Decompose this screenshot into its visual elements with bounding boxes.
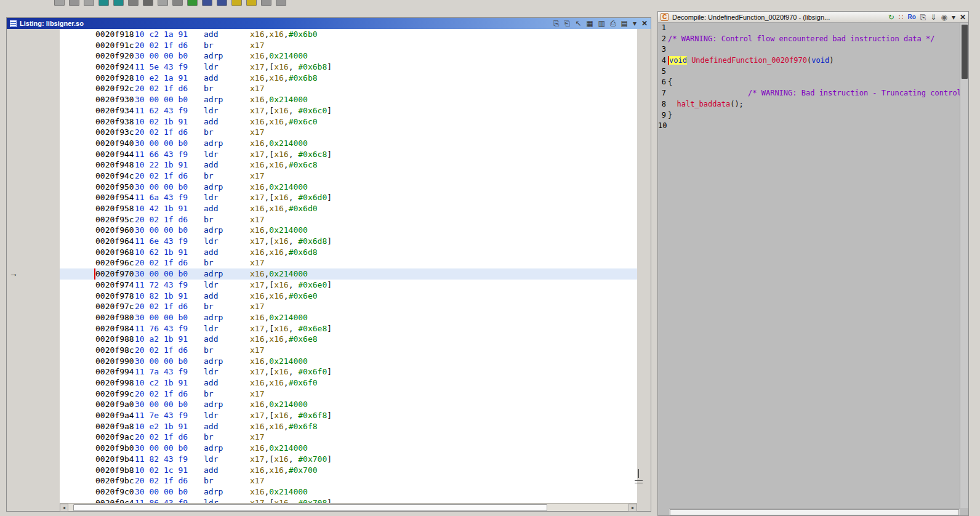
operands-field[interactable]: x17,[x16, #0x6d8] bbox=[250, 236, 637, 247]
bytes-field[interactable]: 30 00 00 b0 bbox=[135, 182, 204, 193]
listing-row[interactable]: 0020f99c20 02 1f d6brx17 bbox=[60, 389, 637, 400]
splitter-handle[interactable] bbox=[635, 480, 643, 483]
operands-field[interactable]: x16,x16,#0x6c8 bbox=[250, 159, 637, 171]
mnemonic-field[interactable]: ldr bbox=[204, 236, 250, 247]
listing-row[interactable]: 0020f91810 c2 1a 91addx16,x16,#0x6b0 bbox=[60, 29, 637, 40]
code-text[interactable]: /* WARNING: Control flow encountered bad… bbox=[668, 34, 960, 45]
address-field[interactable]: 0020f94c bbox=[95, 171, 135, 182]
code-text[interactable] bbox=[668, 44, 960, 55]
operands-field[interactable]: x17 bbox=[250, 40, 637, 51]
listing-row[interactable]: 0020f98411 76 43 f9ldrx17,[x16, #0x6e8] bbox=[60, 323, 637, 334]
listing-horizontal-scrollbar[interactable]: ◂ ▸ bbox=[60, 503, 637, 511]
operands-field[interactable]: x17 bbox=[250, 214, 637, 225]
mnemonic-field[interactable]: adrp bbox=[204, 399, 250, 410]
mnemonic-field[interactable]: ldr bbox=[204, 192, 250, 203]
chevron-down-icon[interactable]: ▾ bbox=[633, 19, 637, 28]
address-field[interactable]: 0020f944 bbox=[95, 149, 135, 160]
listing-row[interactable]: 0020f97810 82 1b 91addx16,x16,#0x6e0 bbox=[60, 291, 637, 302]
bytes-field[interactable]: 10 c2 1b 91 bbox=[135, 377, 204, 389]
address-field[interactable]: 0020f918 bbox=[95, 29, 135, 40]
listing-row[interactable]: 0020f93030 00 00 b0adrpx16,0x214000 bbox=[60, 94, 637, 105]
address-field[interactable]: 0020f91c bbox=[95, 40, 135, 51]
mnemonic-field[interactable]: ldr bbox=[204, 366, 250, 377]
operands-field[interactable]: x17 bbox=[250, 389, 637, 400]
listing-row[interactable]: 0020f99030 00 00 b0adrpx16,0x214000 bbox=[60, 356, 637, 367]
mnemonic-field[interactable]: adrp bbox=[204, 225, 250, 236]
bytes-field[interactable]: 11 76 43 f9 bbox=[135, 323, 204, 334]
address-field[interactable]: 0020f984 bbox=[95, 323, 135, 334]
code-text[interactable]: /* WARNING: Bad instruction - Truncating… bbox=[668, 88, 960, 99]
disassembly-listing[interactable]: 0020f91810 c2 1a 91addx16,x16,#0x6b00020… bbox=[60, 29, 637, 503]
operands-field[interactable]: x17 bbox=[250, 83, 637, 94]
mnemonic-field[interactable]: ldr bbox=[204, 410, 250, 421]
bytes-field[interactable]: 10 a2 1b 91 bbox=[135, 334, 204, 345]
listing-row[interactable]: 0020f95411 6a 43 f9ldrx17,[x16, #0x6d0] bbox=[60, 192, 637, 203]
operands-field[interactable]: x16,x16,#0x6f0 bbox=[250, 377, 637, 389]
mnemonic-field[interactable]: add bbox=[204, 465, 250, 476]
tool-icon[interactable] bbox=[143, 0, 153, 6]
listing-row[interactable]: 0020f9b810 02 1c 91addx16,x16,#0x700 bbox=[60, 465, 637, 476]
operands-field[interactable]: x16,x16,#0x6d8 bbox=[250, 247, 637, 258]
listing-row[interactable]: 0020f95810 42 1b 91addx16,x16,#0x6d0 bbox=[60, 203, 637, 214]
mnemonic-field[interactable]: adrp bbox=[204, 138, 250, 149]
operands-field[interactable]: x17 bbox=[250, 432, 637, 443]
bytes-field[interactable]: 30 00 00 b0 bbox=[135, 443, 204, 454]
bytes-field[interactable]: 10 02 1c 91 bbox=[135, 465, 204, 476]
listing-row[interactable]: 0020f94411 66 43 f9ldrx17,[x16, #0x6c8] bbox=[60, 149, 637, 160]
bytes-field[interactable]: 10 22 1b 91 bbox=[135, 159, 204, 171]
operands-field[interactable]: x16,x16,#0x6b8 bbox=[250, 73, 637, 84]
listing-row[interactable]: 0020f94810 22 1b 91addx16,x16,#0x6c8 bbox=[60, 159, 637, 171]
mnemonic-field[interactable]: br bbox=[204, 214, 250, 225]
decompiler-line[interactable]: 3 bbox=[658, 44, 960, 55]
operands-field[interactable]: x16,x16,#0x6e8 bbox=[250, 334, 637, 345]
mnemonic-field[interactable]: ldr bbox=[204, 280, 250, 291]
bytes-field[interactable]: 11 5e 43 f9 bbox=[135, 62, 204, 73]
bytes-field[interactable]: 10 62 1b 91 bbox=[135, 247, 204, 258]
operands-field[interactable]: x16,x16,#0x6d0 bbox=[250, 203, 637, 214]
decompiler-line[interactable]: 2/* WARNING: Control flow encountered ba… bbox=[658, 34, 960, 45]
mnemonic-field[interactable]: add bbox=[204, 291, 250, 302]
mnemonic-field[interactable]: adrp bbox=[204, 268, 250, 280]
address-field[interactable]: 0020f934 bbox=[95, 105, 135, 116]
listing-row[interactable]: 0020f97411 72 43 f9ldrx17,[x16, #0x6e0] bbox=[60, 280, 637, 291]
operands-field[interactable]: x17 bbox=[250, 127, 637, 138]
mnemonic-field[interactable]: br bbox=[204, 40, 250, 51]
scrollbar-thumb[interactable] bbox=[670, 509, 959, 515]
address-field[interactable]: 0020f960 bbox=[95, 225, 135, 236]
decompiler-line[interactable]: 4void UndefinedFunction_0020f970(void) bbox=[658, 55, 960, 67]
listing-titlebar[interactable]: Listing: libsigner.so ⎘⎗↖▦▥⎙▤▾✕ bbox=[7, 18, 651, 29]
operands-field[interactable]: x17,[x16, #0x6c8] bbox=[250, 149, 637, 160]
listing-row[interactable]: 0020f92c20 02 1f d6brx17 bbox=[60, 83, 637, 94]
listing-row[interactable]: 0020f9b411 82 43 f9ldrx17,[x16, #0x700] bbox=[60, 454, 637, 465]
listing-row[interactable]: 0020f94030 00 00 b0adrpx16,0x214000 bbox=[60, 138, 637, 149]
nav-icon[interactable] bbox=[172, 0, 183, 6]
operands-field[interactable]: x17,[x16, #0x6e8] bbox=[250, 323, 637, 334]
listing-row[interactable]: 0020f9c030 00 00 b0adrpx16,0x214000 bbox=[60, 486, 637, 498]
address-field[interactable]: 0020f998 bbox=[95, 377, 135, 389]
bytes-field[interactable]: 30 00 00 b0 bbox=[135, 268, 204, 280]
printer-icon[interactable]: ⎙ bbox=[610, 19, 616, 28]
address-field[interactable]: 0020f98c bbox=[95, 345, 135, 356]
address-field[interactable]: 0020f994 bbox=[95, 366, 135, 377]
bytes-field[interactable]: 20 02 1f d6 bbox=[135, 127, 204, 138]
listing-row[interactable]: 0020f92411 5e 43 f9ldrx17,[x16, #0x6b8] bbox=[60, 62, 637, 73]
bytes-field[interactable]: 30 00 00 b0 bbox=[135, 225, 204, 236]
address-field[interactable]: 0020f970 bbox=[94, 268, 135, 280]
address-field[interactable]: 0020f930 bbox=[95, 94, 135, 105]
listing-row[interactable]: 0020f92030 00 00 b0adrpx16,0x214000 bbox=[60, 50, 637, 62]
code-text[interactable] bbox=[668, 121, 960, 132]
mnemonic-field[interactable]: br bbox=[204, 301, 250, 312]
bytes-field[interactable]: 20 02 1f d6 bbox=[135, 389, 204, 400]
address-field[interactable]: 0020f924 bbox=[95, 62, 135, 73]
bytes-field[interactable]: 10 42 1b 91 bbox=[135, 203, 204, 214]
bytes-field[interactable]: 30 00 00 b0 bbox=[135, 399, 204, 410]
address-field[interactable]: 0020f954 bbox=[95, 192, 135, 203]
mnemonic-field[interactable]: add bbox=[204, 116, 250, 127]
ro-toggle[interactable]: Ro bbox=[907, 13, 915, 22]
bytes-field[interactable]: 20 02 1f d6 bbox=[135, 345, 204, 356]
listing-row[interactable]: 0020f9b030 00 00 b0adrpx16,0x214000 bbox=[60, 443, 637, 454]
code-text[interactable]: { bbox=[668, 77, 960, 88]
bytes-field[interactable]: 30 00 00 b0 bbox=[135, 138, 204, 149]
code-text[interactable]: void UndefinedFunction_0020f970(void) bbox=[668, 55, 960, 67]
address-field[interactable]: 0020f9c4 bbox=[95, 498, 135, 503]
